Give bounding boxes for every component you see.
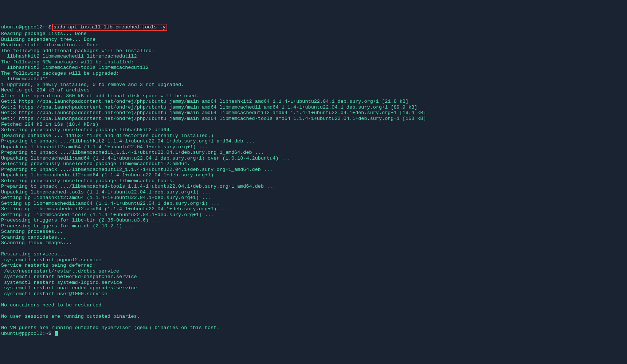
- prompt-path: ~: [46, 331, 48, 336]
- prompt-sep: :: [42, 331, 45, 336]
- prompt-line-2: ubuntu@pgpool2:~$: [1, 331, 58, 336]
- prompt-sep: :: [42, 24, 45, 30]
- prompt-at: @: [19, 331, 22, 336]
- prompt-at: @: [19, 24, 22, 30]
- prompt-path: ~: [46, 24, 48, 30]
- prompt-host: pgpool2: [22, 24, 43, 30]
- terminal-output[interactable]: ubuntu@pgpool2:~$sudo apt install libmem…: [1, 24, 626, 336]
- prompt-user: ubuntu: [1, 331, 19, 336]
- command-highlighted: sudo apt install libmemcached-tools -y: [52, 24, 167, 31]
- cursor: [55, 331, 58, 336]
- output-lines: Reading package lists... Done Building d…: [1, 31, 626, 330]
- prompt-user: ubuntu: [1, 24, 19, 30]
- prompt-host: pgpool2: [22, 331, 43, 336]
- prompt-dollar: $: [48, 331, 51, 336]
- prompt-dollar: $: [48, 24, 51, 30]
- prompt-line-1: ubuntu@pgpool2:~$sudo apt install libmem…: [1, 24, 167, 30]
